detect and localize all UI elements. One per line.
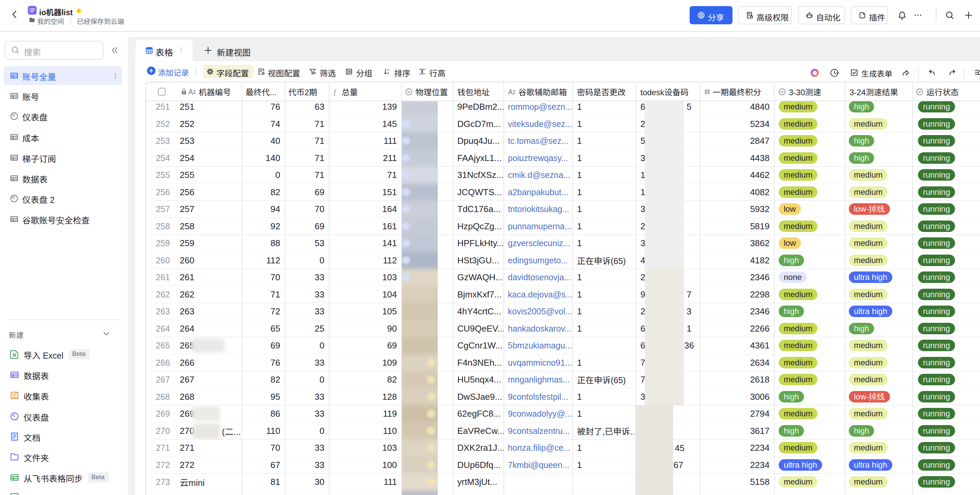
svg-text:Z: Z bbox=[387, 72, 389, 75]
svg-text:f: f bbox=[334, 88, 337, 96]
svg-text:A: A bbox=[387, 68, 389, 72]
